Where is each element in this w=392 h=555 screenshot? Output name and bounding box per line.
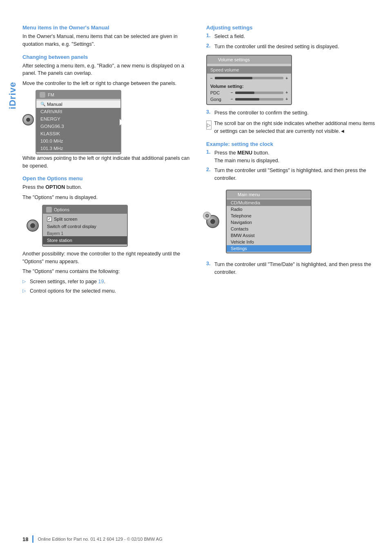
step-text-3: Press the controller to confirm the sett… (214, 109, 309, 117)
right-column: Adjusting settings 1. Select a field. 2.… (206, 25, 378, 297)
fm-screen-wrapper: FM 🔍 Manual CARIVARI ENERGY GONG96.3 (22, 90, 194, 154)
fm-row-energy: ENERGY (36, 115, 120, 123)
fm-row-klassik: KLASSIK (36, 130, 120, 137)
heading-adjusting-settings: Adjusting settings (206, 25, 378, 31)
text-menu-items-body: In the Owner's Manual, menu items that c… (22, 33, 194, 48)
options-row-switch-off: Switch off control display (43, 223, 127, 230)
heading-options-menu: Open the Options menu (22, 175, 194, 181)
menu-row-contacts: Contacts (227, 226, 311, 232)
options-row-store: Store station (43, 236, 127, 244)
options-store-label: Store station (47, 238, 72, 243)
step-text-1: Select a field. (214, 33, 245, 40)
main-menu-knob-inner (210, 219, 215, 224)
options-switchoff-label: Switch off control display (47, 224, 96, 229)
fm-screen-title: FM (48, 92, 54, 97)
menu-row-settings: Settings (227, 245, 311, 252)
fm-row-gong: GONG96.3 (36, 123, 120, 130)
clock-step-2: 2. Turn the controller until "Settings" … (206, 167, 378, 182)
text-options-press: Press the OPTION button. (22, 184, 194, 191)
clock-step-number-2: 2. (206, 167, 212, 182)
heading-clock-example: Example: setting the clock (206, 141, 378, 147)
controller-left-area (22, 114, 34, 130)
options-screen-title: Options (54, 207, 69, 212)
menu-bold: MENU (237, 150, 252, 156)
options-screen-wrapper: Options ✓ Split screen Switch off contro… (27, 205, 194, 247)
section-adjusting-settings: Adjusting settings 1. Select a field. 2.… (206, 25, 378, 135)
plus-icon: + (285, 76, 288, 81)
fm-manual-label: Manual (47, 102, 62, 107)
text-changing-panels-1: After selecting a menu item, e.g. "Radio… (22, 62, 194, 78)
volume-slider-row: − + (210, 75, 288, 81)
step-select-field: 1. Select a field. (206, 33, 378, 40)
fm-knob-inner (26, 118, 30, 122)
heading-menu-items: Menu items in the Owner's Manual (22, 25, 194, 31)
fm-screen-header: FM (36, 91, 120, 99)
scroll-note-wrapper: ▷ The scroll bar on the right side indic… (206, 120, 378, 135)
options-row-bayernlabel: Bayern 1 (43, 230, 127, 236)
bullet-control-options: ▷ Control options for the selected menu. (22, 287, 194, 295)
text-changing-panels-2: Move the controller to the left or right… (22, 80, 194, 87)
options-row-split: ✓ Split screen (43, 215, 127, 223)
heading-changing-panels: Changing between panels (22, 54, 194, 60)
options-knob-inner (30, 223, 35, 228)
text-options-another: Another possibility: move the controller… (22, 250, 194, 266)
page-number: 18 (22, 536, 28, 542)
gong-label: Gong (210, 97, 229, 102)
volume-screen-wrapper: Volume settings Speed volume − (206, 55, 378, 105)
back-symbol: ◄ (340, 128, 345, 134)
bullet-text-screen: Screen settings, refer to page 19. (30, 278, 105, 286)
fm-row-100mhz: 100.0 MHz (36, 137, 120, 145)
gong-fill (235, 98, 259, 101)
step-press-confirm: 3. Press the controller to confirm the s… (206, 109, 378, 117)
checkbox-icon: ✓ (47, 217, 52, 222)
options-screen-header: Options (43, 206, 127, 214)
footer-copyright: Online Edition for Part no. 01 41 2 604 … (38, 537, 162, 542)
menu-row-navigation: Navigation (227, 219, 311, 226)
text-press-option: Press the (22, 184, 45, 190)
pdc-minus: − (231, 90, 233, 95)
gong-slider (235, 98, 283, 101)
clock-step-1: 1. Press the MENU button.The main menu i… (206, 149, 378, 165)
fm-row-101mhz: 101.3 MHz (36, 145, 120, 152)
volume-setting-label-row: Volume setting: (210, 83, 288, 90)
scroll-note-text: The scroll bar on the right side indicat… (214, 120, 378, 135)
menu-row-bmw: BMW Assist (227, 232, 311, 239)
link-page19[interactable]: 19 (98, 279, 104, 284)
down-arrow-icon (25, 126, 31, 130)
page-container: iDrive Menu items in the Owner's Manual … (0, 0, 392, 555)
step-number-1: 1. (206, 33, 212, 40)
main-menu-header: Main menu (227, 190, 311, 199)
clock-step-number-3: 3. (206, 261, 212, 276)
main-menu-screen: Main menu CD/Multimedia Radio Telephone … (226, 190, 312, 253)
fm-row-manual: 🔍 Manual (36, 101, 120, 108)
menu-row-vehicle: Vehicle Info (227, 239, 311, 245)
gong-plus: + (285, 97, 288, 101)
fm-controller-knob (22, 114, 34, 125)
pdc-fill (235, 92, 254, 94)
volume-header-icon (210, 57, 216, 63)
options-controller-knob (27, 219, 39, 232)
step-number-3: 3. (206, 109, 212, 117)
footer-divider (32, 535, 33, 543)
step-turn-controller: 2. Turn the controller until the desired… (206, 43, 378, 51)
section-menu-items: Menu items in the Owner's Manual In the … (22, 25, 194, 48)
menu-row-cd: CD/Multimedia (227, 199, 311, 206)
volume-screen-title: Volume settings (218, 57, 250, 62)
volume-screen-body: Speed volume − + Volume setting: (207, 64, 291, 104)
step-number-2: 2. (206, 43, 212, 51)
bullet-screen-settings: ▷ Screen settings, refer to page 19. (22, 278, 194, 286)
text-options-contains: The "Options" menu contains the followin… (22, 268, 194, 275)
fm-screen-body: 🔍 Manual CARIVARI ENERGY GONG96.3 KLASSI… (36, 99, 120, 154)
volume-pdc-row: PDC − + (210, 90, 288, 96)
main-menu-screen-wrapper: ⚙ Main menu CD/Multimedia Radio Telephon… (206, 186, 378, 257)
search-icon: 🔍 (40, 102, 45, 106)
sidebar-label: iDrive (7, 82, 18, 109)
volume-speed-label: Speed volume (210, 67, 239, 72)
menu-row-telephone: Telephone (227, 213, 311, 219)
slider-fill (215, 77, 253, 79)
pdc-slider (235, 92, 283, 94)
options-screen-body: ✓ Split screen Switch off control displa… (43, 214, 127, 246)
main-menu-title: Main menu (238, 192, 260, 197)
step-text-2: Turn the controller until the desired se… (214, 43, 339, 51)
options-screen: Options ✓ Split screen Switch off contro… (42, 205, 128, 247)
